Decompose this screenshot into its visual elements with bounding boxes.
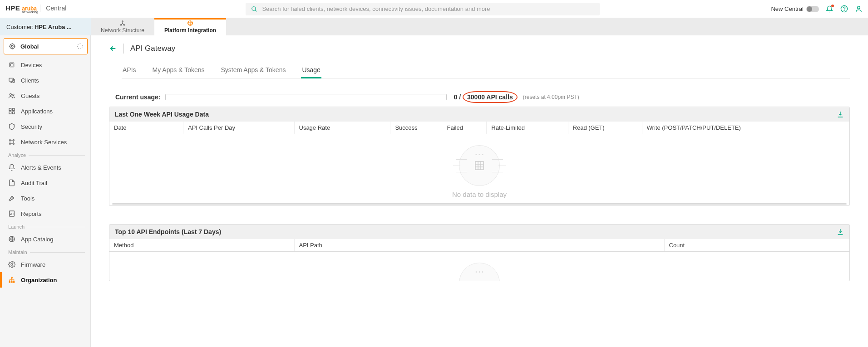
top-endpoints-card: Top 10 API Endpoints (Last 7 Days) Metho…: [109, 224, 850, 281]
sidebar-item-tools[interactable]: Tools: [3, 191, 90, 206]
nav-label: Audit Trail: [21, 180, 47, 186]
global-selector[interactable]: Global: [4, 38, 88, 54]
card-header: Last One Week API Usage Data: [109, 107, 849, 122]
svg-point-32: [13, 281, 15, 283]
nav-section-launch: Launch: [3, 221, 90, 231]
sidebar-item-clients[interactable]: Clients: [3, 73, 90, 88]
usage-reset-text: (resets at 4:00pm PST): [523, 94, 579, 100]
toggle-pill-icon: [806, 6, 819, 12]
col-rate[interactable]: Usage Rate: [295, 122, 391, 134]
search-wrap: [74, 3, 771, 15]
nav-label: Reports: [21, 210, 42, 217]
nav-label: Applications: [21, 108, 53, 115]
sidebar-item-reports[interactable]: Reports: [3, 206, 90, 221]
notifications-icon[interactable]: [825, 5, 833, 13]
sidebar: Global Devices Clients Guests Applicatio…: [0, 35, 91, 347]
current-usage-row: Current usage: 0 / 30000 API calls (rese…: [115, 91, 850, 103]
tab-platform-integration[interactable]: Platform Integration: [154, 18, 226, 35]
svg-rect-19: [12, 108, 15, 111]
nav-label: Firmware: [21, 261, 45, 268]
subtab-system-apps[interactable]: System Apps & Tokens: [220, 62, 287, 78]
col-success[interactable]: Success: [390, 122, 442, 134]
svg-line-1: [255, 10, 257, 11]
subtab-usage[interactable]: Usage: [301, 62, 321, 78]
logo-product-text: Central: [40, 5, 66, 12]
col-date[interactable]: Date: [109, 122, 183, 134]
no-data-block: [109, 252, 849, 281]
user-icon[interactable]: [854, 5, 863, 13]
svg-point-3: [844, 10, 844, 11]
loading-spinner-icon: [77, 44, 83, 49]
new-central-toggle[interactable]: New Central: [771, 5, 819, 12]
col-write[interactable]: Write (POST/PATCH/PUT/DELETE): [642, 122, 849, 134]
devices-icon: [8, 61, 15, 68]
reports-icon: [8, 210, 15, 217]
divider: [123, 44, 124, 54]
nav-label: Alerts & Events: [21, 164, 61, 171]
globe-target-icon: [9, 43, 16, 50]
nav-label: Devices: [21, 62, 42, 68]
svg-point-30: [9, 281, 10, 283]
search-input[interactable]: [262, 5, 595, 12]
svg-point-16: [10, 93, 11, 95]
guests-icon: [8, 92, 15, 99]
usage-sep: /: [457, 93, 463, 101]
card-header: Top 10 API Endpoints (Last 7 Days): [109, 225, 849, 239]
nav-label: Security: [21, 123, 42, 130]
card-title: Last One Week API Usage Data: [115, 111, 209, 118]
col-read[interactable]: Read (GET): [568, 122, 642, 134]
svg-point-31: [11, 281, 13, 283]
svg-point-0: [252, 6, 256, 10]
sidebar-item-alerts[interactable]: Alerts & Events: [3, 160, 90, 175]
col-calls[interactable]: API Calls Per Day: [183, 122, 295, 134]
empty-illustration-icon: [452, 263, 507, 281]
svg-point-28: [11, 264, 13, 265]
sidebar-item-organization[interactable]: Organization: [3, 272, 90, 288]
top-right-actions: New Central: [771, 5, 863, 13]
sidebar-item-applications[interactable]: Applications: [3, 103, 90, 119]
subtab-my-apps[interactable]: My Apps & Tokens: [152, 62, 206, 78]
download-icon[interactable]: [837, 111, 844, 118]
help-icon[interactable]: [840, 5, 848, 13]
toggle-label: New Central: [771, 5, 804, 12]
tab-network-structure[interactable]: Network Structure: [91, 18, 154, 35]
col-count[interactable]: Count: [665, 239, 850, 251]
svg-rect-20: [9, 112, 11, 114]
nav-label: Tools: [21, 195, 35, 202]
svg-rect-33: [475, 161, 483, 170]
usage-label: Current usage:: [115, 93, 161, 101]
col-ratelimited[interactable]: Rate-Limited: [487, 122, 568, 134]
customer-selector[interactable]: Customer: HPE Aruba ...: [0, 18, 91, 35]
usage-text: 0 / 30000 API calls: [454, 91, 518, 103]
search-icon: [250, 5, 258, 13]
svg-point-23: [13, 140, 15, 141]
sidebar-item-firmware[interactable]: Firmware: [3, 257, 90, 272]
svg-point-25: [13, 143, 15, 145]
nav-label: Guests: [21, 93, 39, 99]
subtab-apis[interactable]: APIs: [122, 62, 137, 78]
sidebar-item-audit[interactable]: Audit Trail: [3, 175, 90, 191]
sidebar-item-guests[interactable]: Guests: [3, 88, 90, 103]
svg-point-24: [10, 143, 11, 145]
usage-progress-bar: [165, 94, 447, 100]
sidebar-item-devices[interactable]: Devices: [3, 57, 90, 73]
download-icon[interactable]: [837, 228, 844, 235]
svg-point-4: [857, 6, 860, 9]
sidebar-item-app-catalog[interactable]: App Catalog: [3, 231, 90, 247]
col-path[interactable]: API Path: [295, 239, 665, 251]
audit-icon: [8, 179, 15, 186]
col-failed[interactable]: Failed: [442, 122, 487, 134]
nav-label: App Catalog: [21, 236, 54, 243]
firmware-icon: [8, 261, 15, 268]
network-services-icon: [8, 138, 15, 146]
secondary-bar: Customer: HPE Aruba ... Network Structur…: [0, 18, 868, 35]
sidebar-item-security[interactable]: Security: [3, 119, 90, 134]
global-search[interactable]: [246, 3, 600, 15]
svg-point-29: [11, 277, 13, 279]
sidebar-item-network-services[interactable]: Network Services: [3, 134, 90, 150]
svg-point-11: [11, 45, 13, 47]
col-method[interactable]: Method: [109, 239, 295, 251]
back-arrow-icon[interactable]: [109, 44, 117, 53]
logo-sub-text: networking: [22, 10, 38, 14]
brand-logo: HPE aruba networking Central: [5, 4, 66, 14]
